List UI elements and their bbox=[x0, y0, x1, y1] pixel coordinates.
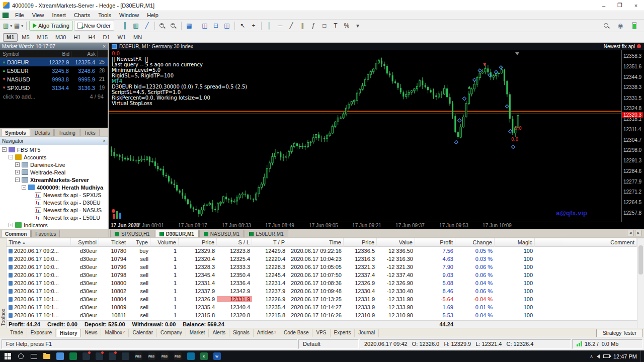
timeframe-mn[interactable]: MN bbox=[130, 33, 145, 42]
toolbox-tab-experts[interactable]: Experts bbox=[331, 329, 355, 337]
history-row-10811[interactable]: 2020.06.17 10:1...d30eur10811sell112315.… bbox=[7, 311, 637, 319]
time-axis[interactable]: 17 Jun 202017 Jun 08:0117 Jun 08:1717 Ju… bbox=[109, 222, 621, 229]
crosshair-icon[interactable]: + bbox=[249, 21, 259, 31]
volume-icon[interactable] bbox=[597, 354, 600, 358]
history-row-10798[interactable]: 2020.06.17 10:0...d30eur10798sell112345.… bbox=[7, 271, 637, 279]
tile-vertically-icon[interactable]: ◫ bbox=[222, 21, 232, 31]
history-column-t-p-7[interactable]: T / P bbox=[252, 238, 287, 247]
history-row-10794[interactable]: 2020.06.17 10:0...d30eur10794sell112320.… bbox=[7, 255, 637, 263]
nav-item-weltrade-real[interactable]: +Weltrade-Real bbox=[0, 168, 108, 176]
nav-item-4000009-herath-mudhiya[interactable]: −4000009: Herath Mudhiya bbox=[0, 184, 108, 191]
taskbar-start[interactable] bbox=[1, 350, 14, 362]
toolbox-tab-code-base[interactable]: Code Base bbox=[280, 329, 312, 337]
equidistant-channel-icon[interactable]: ∥ bbox=[297, 21, 307, 31]
toolbox-tab-articles[interactable]: Articles1 bbox=[254, 329, 280, 337]
nav-item-xtreammarkets-server[interactable]: −XtreamMarkets-Server bbox=[0, 176, 108, 184]
toolbox-tab-journal[interactable]: Journal bbox=[355, 329, 379, 337]
zoom-out-icon[interactable]: − bbox=[169, 21, 179, 31]
horizontal-line-icon[interactable]: ─ bbox=[275, 21, 285, 31]
show-desktop-button[interactable] bbox=[640, 350, 643, 362]
history-column-change-12[interactable]: Change bbox=[455, 238, 495, 247]
collapse-box-icon[interactable]: − bbox=[22, 185, 26, 190]
scroll-left-icon[interactable]: ◄ bbox=[627, 230, 634, 236]
market-watch-row-e50eur[interactable]: ▲E50EUR3245.83248.628 bbox=[0, 66, 108, 75]
taskbar-mt-terminal-3[interactable] bbox=[106, 350, 119, 362]
nav-item-darwinex-live[interactable]: +Darwinex-Live bbox=[0, 161, 108, 168]
history-row-10796[interactable]: 2020.06.17 10:0...d30eur10796sell112328.… bbox=[7, 263, 637, 271]
market-watch-tab-details[interactable]: Details bbox=[31, 129, 54, 136]
chart-tab-nasusd-m1[interactable]: NASUSD,M1 bbox=[199, 230, 244, 237]
history-column-time-8[interactable]: Time bbox=[287, 238, 344, 247]
add-symbol-label[interactable]: click to add... bbox=[3, 94, 35, 100]
history-row-10809[interactable]: 2020.06.17 10:1...d30eur10809sell112335.… bbox=[7, 303, 637, 311]
nav-item-newest-fix-api-e50eu[interactable]: Newest fix api - E50EU bbox=[0, 214, 108, 221]
collapse-box-icon[interactable]: − bbox=[15, 177, 20, 182]
scroll-right-icon[interactable]: ► bbox=[635, 230, 642, 236]
mw-column-symbol[interactable]: Symbol bbox=[1, 51, 43, 57]
line-chart-icon[interactable]: ╱ bbox=[142, 21, 152, 31]
taskbar-mt5[interactable] bbox=[184, 350, 197, 362]
toolbox-tab-company[interactable]: Company bbox=[157, 329, 186, 337]
market-watch-close-icon[interactable]: × bbox=[103, 44, 106, 49]
collapse-box-icon[interactable]: − bbox=[9, 155, 13, 159]
chart-tab-d30eur-m1[interactable]: D30EUR,M1 bbox=[155, 230, 199, 237]
menu-insert[interactable]: Insert bbox=[48, 12, 70, 18]
taskbar-file-explorer[interactable] bbox=[40, 350, 53, 362]
minimize-button[interactable]: – bbox=[596, 0, 612, 11]
toolbox-tab-market[interactable]: Market bbox=[186, 329, 209, 337]
taskbar-mt-terminal-1[interactable] bbox=[79, 350, 93, 362]
toolbox-tab-news[interactable]: News bbox=[81, 329, 101, 337]
expand-box-icon[interactable]: + bbox=[15, 170, 20, 174]
chart-canvas[interactable]: 0.00.0 0.0|| NewestFX ||Last query -- 5 … bbox=[109, 50, 621, 222]
text-label-icon[interactable]: T bbox=[331, 21, 341, 31]
cascade-windows-icon[interactable]: ◫ bbox=[200, 21, 210, 31]
history-column-price-5[interactable]: Price bbox=[179, 238, 217, 247]
price-scale[interactable]: 12358.312351.612344.912338.312331.512324… bbox=[621, 50, 644, 222]
navigator-close-icon[interactable]: × bbox=[103, 138, 106, 144]
collapse-box-icon[interactable]: − bbox=[2, 147, 7, 152]
history-row-10804[interactable]: 2020.06.17 10:1...d30eur10804sell112326.… bbox=[7, 295, 637, 303]
toolbox-tab-calendar[interactable]: Calendar bbox=[129, 329, 157, 337]
taskbar-fbs-3[interactable]: FBS bbox=[158, 350, 171, 362]
market-watch-tab-ticks[interactable]: Ticks bbox=[80, 129, 100, 136]
history-column-profit-11[interactable]: Profit bbox=[415, 238, 455, 247]
taskbar-mt-terminal-4[interactable] bbox=[119, 350, 132, 362]
toolbox-tab-signals[interactable]: Signals bbox=[229, 329, 254, 337]
toolbox-tab-exposure[interactable]: Exposure bbox=[27, 329, 56, 337]
chart-tab-e50eur-m1[interactable]: E50EUR,M1 bbox=[245, 230, 288, 237]
history-column-ticket-2[interactable]: Ticket bbox=[99, 238, 128, 247]
timeframe-h4[interactable]: H4 bbox=[85, 33, 99, 42]
trendline-icon[interactable]: ╱ bbox=[286, 21, 296, 31]
maximize-button[interactable]: ❐ bbox=[612, 0, 628, 11]
history-column-s-l-6[interactable]: S / L bbox=[217, 238, 252, 247]
arrow-objects-icon[interactable]: % bbox=[342, 21, 352, 31]
timeframe-h1[interactable]: H1 bbox=[70, 33, 84, 42]
nav-item-newest-fix-api-d30eu[interactable]: Newest fix api - D30EU bbox=[0, 199, 108, 206]
search-icon[interactable] bbox=[601, 21, 611, 31]
expand-box-icon[interactable]: + bbox=[9, 223, 13, 227]
history-column-value-10[interactable]: Value bbox=[377, 238, 415, 247]
timeframe-m15[interactable]: M15 bbox=[34, 33, 51, 42]
navigator-tab-common[interactable]: Common bbox=[1, 230, 31, 237]
taskbar-clock[interactable]: 12:47 PM bbox=[613, 353, 637, 359]
market-watch-row-d30eur[interactable]: ▲D30EUR12322.912325.425 bbox=[0, 58, 108, 66]
nav-item-newest-fix-api-nasus[interactable]: Newest fix api - NASUS bbox=[0, 206, 108, 214]
chart-profiles-icon[interactable]: ▦▾ bbox=[14, 21, 24, 31]
history-scrollbar[interactable] bbox=[637, 238, 644, 328]
status-profile[interactable]: Default bbox=[298, 339, 359, 349]
menu-window[interactable]: Window bbox=[115, 12, 143, 18]
timeframe-m1[interactable]: M1 bbox=[3, 33, 18, 42]
history-row-10802[interactable]: 2020.06.17 10:0...d30eur10802sell112337.… bbox=[7, 287, 637, 295]
taskbar-task-view[interactable] bbox=[27, 350, 40, 362]
tile-windows-icon[interactable]: ▦ bbox=[184, 21, 194, 31]
scrollbar-thumb[interactable] bbox=[638, 245, 643, 275]
toolbox-tab-alerts[interactable]: Alerts bbox=[209, 329, 229, 337]
navigator-tab-favorites[interactable]: Favorites bbox=[31, 230, 60, 237]
history-column-magic-13[interactable]: Magic bbox=[495, 238, 535, 247]
algo-trading-button[interactable]: Algo Trading bbox=[29, 21, 73, 31]
history-row-10780[interactable]: 2020.06.17 09:2...d30eur10780buy112329.8… bbox=[7, 247, 637, 255]
chart-window[interactable]: D30EUR, M1: Germany 30 Index Newest fix … bbox=[109, 43, 644, 229]
timeframe-w1[interactable]: W1 bbox=[114, 33, 130, 42]
history-column-volume-4[interactable]: Volume bbox=[150, 238, 179, 247]
history-column-time-0[interactable]: Time▲ bbox=[7, 238, 71, 247]
